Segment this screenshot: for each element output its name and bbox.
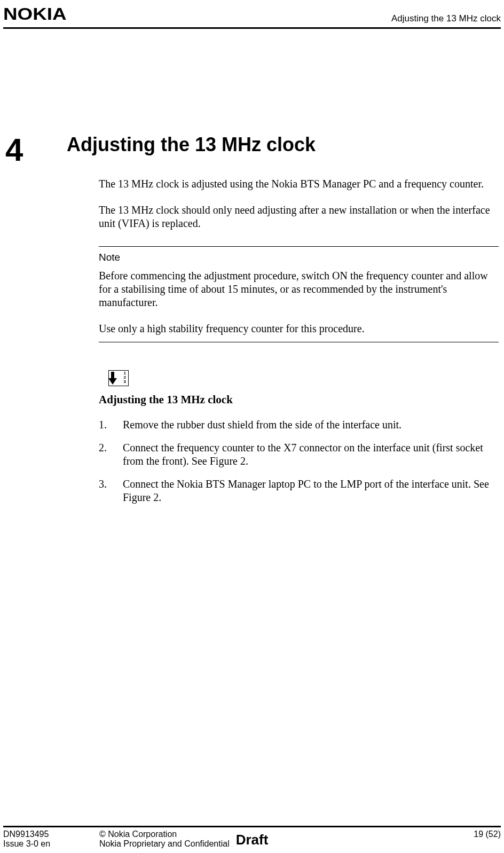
procedure-icon-digit: 3 bbox=[124, 380, 126, 384]
running-title: Adjusting the 13 MHz clock bbox=[391, 13, 501, 24]
procedure-icon-digits: 1 2 3 bbox=[124, 371, 126, 384]
intro-paragraph: The 13 MHz clock should only need adjust… bbox=[99, 204, 499, 230]
note-heading: Note bbox=[99, 251, 499, 264]
procedure-icon: 1 2 3 bbox=[108, 370, 129, 386]
body-text: The 13 MHz clock is adjusted using the N… bbox=[99, 177, 499, 504]
chapter-number: 4 bbox=[5, 131, 23, 168]
arrow-down-icon bbox=[108, 378, 117, 385]
page: NOKIA Adjusting the 13 MHz clock 4 Adjus… bbox=[0, 0, 504, 853]
header-rule bbox=[3, 27, 501, 29]
note-rule-bottom bbox=[99, 342, 499, 342]
confidentiality: Nokia Proprietary and Confidential bbox=[99, 839, 458, 849]
step-number: 3. bbox=[99, 478, 123, 504]
procedure-step: 1. Remove the rubber dust shield from th… bbox=[99, 418, 499, 432]
page-footer: Draft DN9913495 © Nokia Corporation 19 (… bbox=[3, 826, 501, 849]
step-number: 2. bbox=[99, 441, 123, 468]
intro-paragraph: The 13 MHz clock is adjusted using the N… bbox=[99, 177, 499, 191]
step-text: Connect the Nokia BTS Manager laptop PC … bbox=[123, 478, 499, 504]
doc-number: DN9913495 bbox=[3, 829, 99, 839]
step-text: Remove the rubber dust shield from the s… bbox=[123, 418, 499, 432]
page-header: NOKIA Adjusting the 13 MHz clock bbox=[0, 0, 504, 27]
note-rule-top bbox=[99, 246, 499, 247]
note-paragraph: Use only a high stability frequency coun… bbox=[99, 322, 499, 335]
copyright: © Nokia Corporation bbox=[99, 829, 458, 839]
content-area: 4 Adjusting the 13 MHz clock The 13 MHz … bbox=[0, 134, 504, 514]
page-number: 19 (52) bbox=[458, 829, 501, 839]
issue: Issue 3-0 en bbox=[3, 839, 99, 849]
note-paragraph: Before commencing the adjustment procedu… bbox=[99, 269, 499, 309]
procedure-title: Adjusting the 13 MHz clock bbox=[99, 393, 499, 406]
nokia-logo: NOKIA bbox=[3, 4, 67, 24]
procedure-step: 3. Connect the Nokia BTS Manager laptop … bbox=[99, 478, 499, 504]
procedure-step: 2. Connect the frequency counter to the … bbox=[99, 441, 499, 468]
footer-rule bbox=[3, 826, 501, 827]
step-number: 1. bbox=[99, 418, 123, 432]
step-text: Connect the frequency counter to the X7 … bbox=[123, 441, 499, 468]
draft-status: Draft bbox=[236, 832, 269, 848]
chapter-title: Adjusting the 13 MHz clock bbox=[67, 134, 499, 156]
